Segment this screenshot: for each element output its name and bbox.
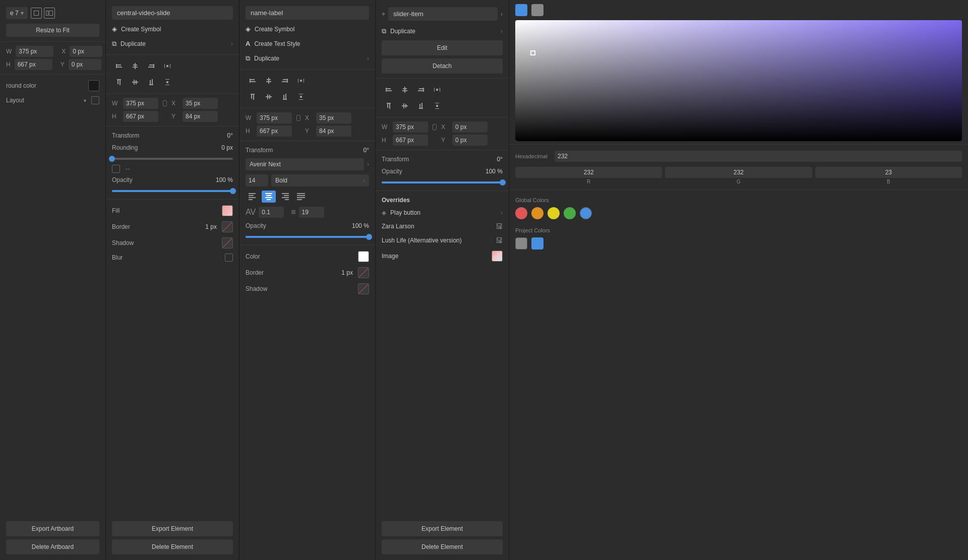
p2-align-distribute-button[interactable] [294,75,308,87]
rounding-slider-thumb[interactable] [109,156,115,162]
align-right-button[interactable] [144,60,158,72]
panel2-opacity-thumb[interactable] [366,234,372,240]
element-name-input-1[interactable] [112,6,233,20]
image-override[interactable]: Image [376,247,509,265]
panel3-opacity-slider-track[interactable] [382,181,503,183]
panel1-opacity-slider-track[interactable] [112,190,233,192]
export-element-button-1[interactable]: Export Element [112,521,233,536]
shadow-color-swatch[interactable] [222,237,233,248]
p3-align-distribute-button[interactable] [430,84,444,96]
text-align-left-button[interactable] [246,191,260,203]
element-name-input-3[interactable] [388,7,498,21]
font-weight-button[interactable]: Bold › [271,174,369,186]
p3-height-input[interactable] [393,135,428,146]
width-input[interactable] [16,46,53,57]
export-artboard-button[interactable]: Export Artboard [6,521,99,536]
artboard-dropdown[interactable]: e 7 ▾ [6,7,28,19]
create-symbol-button-2[interactable]: ◈ Create Symbol [239,22,375,36]
p3-align-center-button[interactable] [398,84,412,96]
global-color-green[interactable] [564,207,576,219]
p2-width-input[interactable] [257,112,292,123]
x-input[interactable] [70,46,102,57]
align-bottom-button[interactable] [144,76,158,88]
r-input[interactable] [515,167,662,178]
p3-align-top-button[interactable] [382,100,396,112]
panel1-opacity-thumb[interactable] [230,188,236,194]
y-input[interactable] [69,59,101,70]
play-button-override[interactable]: ◈ Play button › [376,206,509,219]
bg-color-swatch[interactable] [88,80,99,91]
resize-to-fit-button[interactable]: Resize to Fit [6,24,99,37]
b-input[interactable] [815,167,962,178]
hex-input[interactable] [555,151,962,162]
p3-align-middle-button[interactable] [398,100,412,112]
align-distribute-h-button[interactable] [160,60,174,72]
p2-align-left-button[interactable] [246,75,260,87]
p2-align-right-button[interactable] [278,75,292,87]
responsive-icon[interactable] [44,8,55,19]
duplicate-button-1[interactable]: ⧉ Duplicate › [106,36,239,51]
color-gradient-area[interactable] [515,20,962,141]
line-height-input[interactable] [299,207,324,218]
p1-width-input[interactable] [123,98,158,109]
delete-artboard-button[interactable]: Delete Artboard [6,539,99,554]
p2-align-bottom-button[interactable] [278,91,292,103]
p2-border-swatch[interactable] [358,267,369,278]
font-size-input[interactable] [246,174,268,186]
align-left-button[interactable] [112,60,126,72]
layout-toggle[interactable] [91,96,99,104]
duplicate-button-3[interactable]: ⧉ Duplicate › [376,24,509,39]
project-color-gray[interactable] [515,237,527,250]
color-preview-blue[interactable] [515,4,527,16]
fill-color-swatch[interactable] [222,205,233,216]
p3-y-input[interactable] [452,135,488,146]
border-color-swatch[interactable] [222,221,233,232]
align-top-button[interactable] [112,76,126,88]
create-symbol-button-1[interactable]: ◈ Create Symbol [106,22,239,36]
color-preview-gray[interactable] [531,4,543,16]
zara-larson-override[interactable]: Zara Larson 🖫 [376,219,509,233]
panel3-opacity-thumb[interactable] [500,179,506,185]
text-align-center-button[interactable] [262,191,276,203]
global-color-orange[interactable] [531,207,543,219]
p2-x-input[interactable] [316,112,351,123]
font-family-input[interactable] [246,158,364,170]
p2-align-middle-button[interactable] [262,91,276,103]
delete-element-button-3[interactable]: Delete Element [382,539,503,554]
frame-icon[interactable] [31,8,42,19]
text-color-swatch[interactable] [358,251,369,262]
p1-height-input[interactable] [123,111,158,122]
create-text-style-button[interactable]: A Create Text Style [239,36,375,51]
align-middle-button[interactable] [128,76,142,88]
image-swatch[interactable] [492,251,503,262]
panel2-opacity-slider-track[interactable] [246,236,369,238]
p2-align-center-button[interactable] [262,75,276,87]
text-align-justify-button[interactable] [294,191,308,203]
p2-align-top-button[interactable] [246,91,260,103]
export-element-button-3[interactable]: Export Element [382,521,503,536]
detach-button[interactable]: Detach [382,58,503,74]
text-align-right-button[interactable] [278,191,292,203]
duplicate-button-2[interactable]: ⧉ Duplicate › [239,51,375,66]
align-center-h-button[interactable] [128,60,142,72]
p3-align-right-button[interactable] [414,84,428,96]
g-input[interactable] [665,167,812,178]
p3-width-input[interactable] [393,121,428,133]
global-color-yellow[interactable] [548,207,560,219]
align-distribute-v-button[interactable] [160,76,174,88]
global-color-red[interactable] [515,207,527,219]
global-color-blue[interactable] [580,207,592,219]
p3-align-left-button[interactable] [382,84,396,96]
p1-x-input[interactable] [183,98,218,109]
element-name-input-2[interactable] [246,6,369,20]
delete-element-button-1[interactable]: Delete Element [112,539,233,554]
blur-toggle[interactable] [225,254,233,262]
letter-spacing-input[interactable] [259,207,284,218]
p2-align-distribute-v-button[interactable] [294,91,308,103]
p3-x-input[interactable] [452,121,488,133]
p2-height-input[interactable] [257,126,292,137]
edit-button[interactable]: Edit [382,40,503,55]
p2-y-input[interactable] [316,126,351,137]
project-color-blue[interactable] [531,237,543,250]
p3-align-distribute-v-button[interactable] [430,100,444,112]
